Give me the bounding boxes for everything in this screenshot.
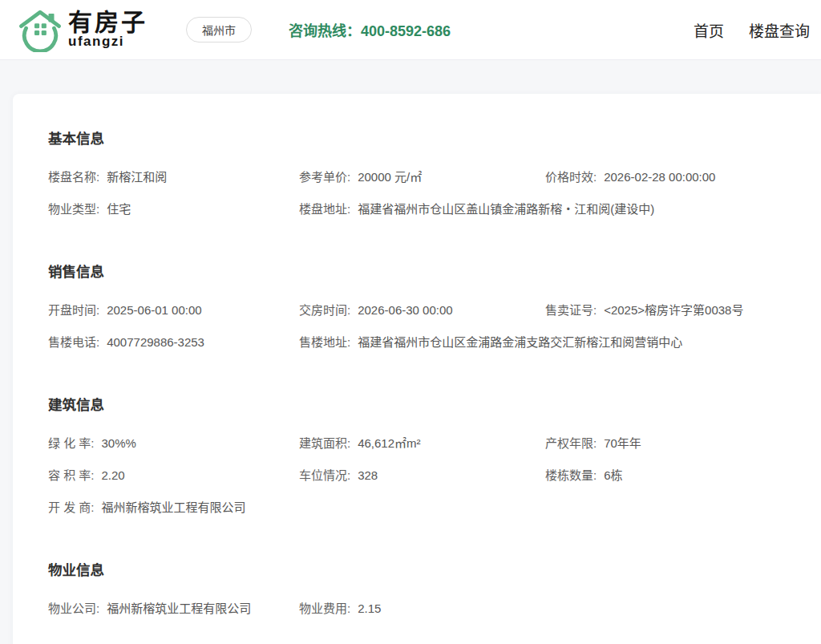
field-plot-ratio: 容 积 率:2.20 — [48, 460, 299, 492]
field-label: 参考单价: — [299, 170, 350, 184]
field-parking: 车位情况:328 — [299, 460, 545, 492]
field-label: 楼盘地址: — [299, 202, 350, 216]
field-property-address: 楼盘地址:福建省福州市仓山区盖山镇金浦路新榕・江和阅(建设中) — [299, 193, 802, 225]
field-value: 6栋 — [604, 468, 622, 482]
field-label: 建筑面积: — [299, 436, 350, 450]
field-label: 物业公司: — [48, 601, 99, 615]
field-management-company: 物业公司:福州新榕筑业工程有限公司 — [48, 593, 299, 625]
field-label: 车位情况: — [299, 468, 350, 482]
field-value: 2026-02-28 00:00:00 — [604, 170, 715, 184]
field-value: 福州新榕筑业工程有限公司 — [102, 500, 246, 514]
info-row: 绿 化 率:30%% 建筑面积:46,612㎡m² 产权年限:70年年 — [48, 427, 802, 460]
site-logo[interactable]: 有房子 ufangzi — [18, 7, 148, 52]
info-row: 售楼电话:4007729886-3253 售楼地址:福建省福州市仓山区金浦路金浦… — [48, 326, 802, 358]
field-reference-price: 参考单价:20000 元/㎡ — [299, 161, 545, 193]
nav-home[interactable]: 首页 — [694, 19, 724, 41]
field-greening-rate: 绿 化 率:30%% — [48, 427, 299, 460]
field-label: 售楼电话: — [48, 335, 99, 349]
section-title: 销售信息 — [48, 262, 802, 281]
field-label: 开盘时间: — [48, 303, 99, 317]
field-label: 开 发 商: — [48, 500, 95, 514]
section-basic-info: 基本信息 楼盘名称:新榕江和阅 参考单价:20000 元/㎡ 价格时效:2026… — [48, 129, 802, 225]
field-building-count: 楼栋数量:6栋 — [545, 460, 802, 492]
field-value: <2025>榕房许字第0038号 — [604, 303, 743, 317]
logo-title: 有房子 — [68, 10, 148, 35]
section-sales-info: 销售信息 开盘时间:2025-06-01 00:00 交房时间:2026-06-… — [48, 262, 802, 358]
field-label: 交房时间: — [299, 303, 350, 317]
field-value: 70年年 — [604, 436, 641, 450]
field-property-type: 物业类型:住宅 — [48, 193, 299, 225]
field-sales-phone: 售楼电话:4007729886-3253 — [48, 326, 299, 358]
field-delivery-date: 交房时间:2026-06-30 00:00 — [299, 294, 545, 326]
field-ownership-years: 产权年限:70年年 — [545, 427, 802, 460]
section-title: 建筑信息 — [48, 395, 802, 415]
info-row: 容 积 率:2.20 车位情况:328 楼栋数量:6栋 — [48, 460, 802, 492]
field-value: 2.15 — [358, 601, 381, 615]
hotline-text: 咨询热线：400-8592-686 — [289, 19, 451, 40]
field-label: 售楼地址: — [299, 335, 350, 349]
field-value: 2026-06-30 00:00 — [358, 303, 452, 317]
main-nav: 首页 楼盘查询 — [694, 19, 810, 41]
field-sales-permit: 售卖证号:<2025>榕房许字第0038号 — [545, 294, 802, 326]
info-row: 开 发 商:福州新榕筑业工程有限公司 — [48, 492, 802, 524]
field-value: 20000 元/㎡ — [358, 170, 422, 184]
info-row: 开盘时间:2025-06-01 00:00 交房时间:2026-06-30 00… — [48, 294, 802, 326]
field-label: 绿 化 率: — [48, 436, 95, 450]
field-label: 楼盘名称: — [48, 170, 99, 184]
section-title: 基本信息 — [48, 129, 802, 148]
field-label: 物业类型: — [48, 202, 99, 216]
field-price-validity: 价格时效:2026-02-28 00:00:00 — [545, 161, 802, 193]
field-developer: 开 发 商:福州新榕筑业工程有限公司 — [48, 492, 802, 524]
info-row: 楼盘名称:新榕江和阅 参考单价:20000 元/㎡ 价格时效:2026-02-2… — [48, 161, 802, 193]
field-sales-address: 售楼地址:福建省福州市仓山区金浦路金浦支路交汇新榕江和阅营销中心 — [299, 326, 802, 358]
site-header: 有房子 ufangzi 福州市 咨询热线：400-8592-686 首页 楼盘查… — [0, 0, 821, 60]
field-value: 30%% — [102, 436, 136, 450]
field-building-area: 建筑面积:46,612㎡m² — [299, 427, 545, 460]
field-label: 物业费用: — [299, 601, 350, 615]
field-value: 福州新榕筑业工程有限公司 — [107, 601, 251, 615]
logo-subtitle: ufangzi — [68, 34, 148, 50]
field-property-name: 楼盘名称:新榕江和阅 — [48, 161, 299, 193]
field-label: 价格时效: — [545, 170, 597, 184]
field-value: 福建省福州市仓山区盖山镇金浦路新榕・江和阅(建设中) — [358, 202, 654, 216]
city-selector[interactable]: 福州市 — [186, 17, 252, 43]
info-row: 物业类型:住宅 楼盘地址:福建省福州市仓山区盖山镇金浦路新榕・江和阅(建设中) — [48, 193, 802, 225]
section-building-info: 建筑信息 绿 化 率:30%% 建筑面积:46,612㎡m² 产权年限:70年年… — [48, 395, 802, 524]
info-row: 物业公司:福州新榕筑业工程有限公司 物业费用:2.15 — [48, 593, 802, 625]
field-value: 46,612㎡m² — [358, 436, 420, 450]
field-management-fee: 物业费用:2.15 — [299, 593, 802, 625]
section-title: 物业信息 — [48, 561, 802, 580]
field-label: 楼栋数量: — [545, 468, 597, 482]
field-value: 福建省福州市仓山区金浦路金浦支路交汇新榕江和阅营销中心 — [358, 335, 682, 349]
property-detail-card: 基本信息 楼盘名称:新榕江和阅 参考单价:20000 元/㎡ 价格时效:2026… — [13, 94, 821, 644]
field-value: 2.20 — [102, 468, 125, 482]
logo-house-icon — [18, 7, 63, 52]
field-opening-date: 开盘时间:2025-06-01 00:00 — [48, 294, 299, 326]
field-value: 新榕江和阅 — [107, 170, 167, 184]
nav-property-search[interactable]: 楼盘查询 — [749, 19, 810, 41]
field-value: 4007729886-3253 — [107, 335, 204, 349]
field-label: 售卖证号: — [545, 303, 597, 317]
field-value: 2025-06-01 00:00 — [107, 303, 201, 317]
field-value: 住宅 — [107, 202, 131, 216]
section-property-management-info: 物业信息 物业公司:福州新榕筑业工程有限公司 物业费用:2.15 — [48, 561, 802, 625]
field-value: 328 — [358, 468, 378, 482]
field-label: 产权年限: — [545, 436, 597, 450]
field-label: 容 积 率: — [48, 468, 95, 482]
